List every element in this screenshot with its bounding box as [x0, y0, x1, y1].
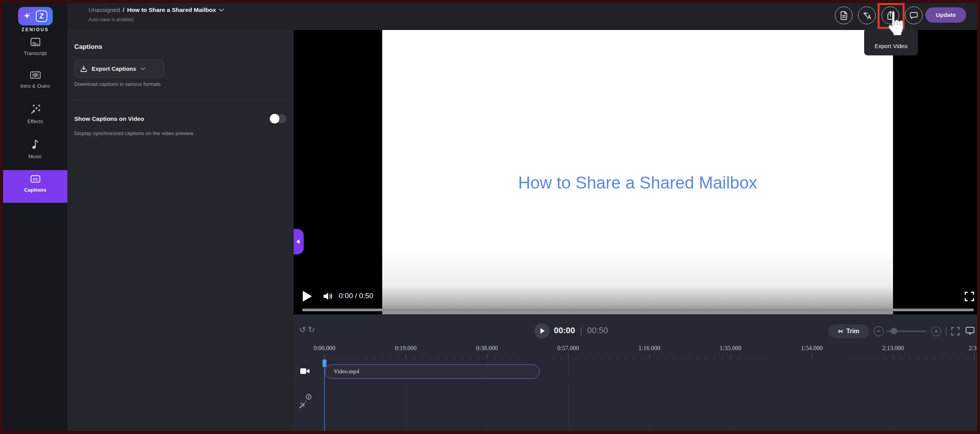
- toggle-knob: [270, 114, 279, 124]
- sidebar-item-label: Intro & Outro: [20, 83, 50, 89]
- timeline-current-time: 00:00: [554, 326, 575, 336]
- playhead-handle[interactable]: [323, 359, 326, 367]
- chevron-down-icon: [219, 8, 224, 12]
- sidebar-item-captions[interactable]: CC Captions: [3, 170, 67, 203]
- timeline-play-button[interactable]: [534, 323, 550, 339]
- trim-button[interactable]: ✂ Trim: [828, 324, 869, 338]
- sidebar-item-label: Effects: [27, 119, 43, 124]
- autosave-status: Auto-save is enabled: [89, 17, 134, 22]
- ruler-label: 2:32: [969, 345, 977, 352]
- ruler-label: 1:16.000: [639, 345, 660, 352]
- show-captions-toggle[interactable]: [269, 114, 286, 123]
- play-button[interactable]: [301, 290, 313, 302]
- sparkle-icon: [23, 13, 30, 20]
- track-divider: [294, 379, 977, 379]
- playhead-line: [324, 364, 325, 431]
- export-captions-description: Download captions in various formats: [74, 81, 288, 87]
- redo-button[interactable]: ↻: [308, 325, 315, 334]
- video-seekbar[interactable]: [302, 309, 974, 311]
- app-logo[interactable]: Z: [18, 7, 53, 25]
- video-time-display: 0:00 / 0:50: [339, 292, 373, 300]
- music-icon: [32, 139, 39, 149]
- brand-name: ZENIOUS: [3, 27, 67, 32]
- sidebar-item-label: Music: [28, 154, 42, 159]
- timeline-clip[interactable]: Video.mp4: [325, 364, 540, 379]
- sidebar-item-label: Transcript: [24, 50, 47, 56]
- time-separator: |: [580, 326, 582, 336]
- app-window: Z ZENIOUS Transcript Intro & Outro Effec…: [3, 3, 977, 431]
- ruler-label: 2:13.000: [882, 345, 904, 352]
- timeline-total-time: 00:50: [587, 326, 608, 336]
- captions-icon: CC: [30, 175, 40, 183]
- screen-view-icon[interactable]: [965, 326, 975, 335]
- export-captions-button[interactable]: Export Captions: [74, 60, 164, 78]
- panel-title: Captions: [74, 43, 288, 51]
- breadcrumb-separator: /: [123, 7, 124, 13]
- collapse-panel-handle[interactable]: [294, 229, 304, 254]
- ruler-label: 0:57.000: [557, 345, 579, 352]
- fullscreen-icon[interactable]: [964, 291, 975, 302]
- update-button[interactable]: Update: [925, 7, 966, 23]
- ruler-label: 0:19.000: [395, 345, 416, 352]
- effects-icon: [30, 104, 40, 114]
- sidebar-item-label: Captions: [24, 187, 47, 193]
- scissors-icon: ✂: [838, 328, 843, 335]
- sidebar-item-music[interactable]: Music: [3, 139, 67, 160]
- transcript-doc-button[interactable]: [835, 7, 853, 24]
- chevron-left-icon: [296, 239, 299, 244]
- ruler-ticks[interactable]: [294, 353, 977, 360]
- timeline: ↺ ↻ 00:00 | 00:50 ✂ Trim − + 0:00.000 0:…: [294, 314, 977, 431]
- document-icon: [840, 11, 848, 20]
- clip-label: Video.mp4: [334, 368, 359, 375]
- logo-z-mark: Z: [36, 10, 47, 22]
- effects-track-icon: [298, 393, 312, 409]
- transcript-icon: [30, 38, 40, 46]
- zoom-in-button[interactable]: +: [931, 326, 941, 336]
- ruler-label: 1:35.000: [720, 345, 741, 352]
- hand-cursor: [885, 9, 905, 42]
- expand-timeline-icon[interactable]: [951, 327, 960, 336]
- captions-panel: Captions Export Captions Download captio…: [67, 30, 294, 431]
- export-captions-label: Export Captions: [92, 65, 136, 72]
- video-track-icon: [300, 367, 310, 375]
- ruler-label: 0:38.000: [476, 345, 498, 352]
- sidebar-item-intro-outro[interactable]: Intro & Outro: [3, 71, 67, 89]
- show-captions-label: Show Captions on Video: [74, 115, 144, 122]
- ruler-label: 1:54.000: [801, 345, 823, 352]
- divider: [946, 326, 947, 336]
- download-icon: [80, 65, 87, 73]
- ruler-label: 0:00.000: [314, 345, 335, 352]
- slide-title: How to Share a Shared Mailbox: [382, 173, 893, 192]
- comment-icon: [909, 11, 918, 20]
- breadcrumb-group: Unassigned: [89, 7, 120, 13]
- breadcrumb[interactable]: Unassigned / How to Share a Shared Mailb…: [89, 7, 224, 13]
- play-icon: [540, 328, 545, 334]
- translate-button[interactable]: [858, 7, 876, 24]
- undo-button[interactable]: ↺: [299, 325, 306, 334]
- video-slide: How to Share a Shared Mailbox: [382, 30, 893, 314]
- trim-label: Trim: [846, 328, 860, 335]
- divider: [74, 100, 288, 100]
- show-captions-description: Display synchronized captions on the vid…: [74, 130, 288, 136]
- translate-icon: [862, 11, 872, 20]
- sidebar-item-transcript[interactable]: Transcript: [3, 38, 67, 57]
- sidebar-item-effects[interactable]: Effects: [3, 104, 67, 125]
- chevron-down-icon: [140, 67, 145, 70]
- zoom-out-button[interactable]: −: [874, 326, 884, 336]
- svg-text:CC: CC: [33, 177, 38, 181]
- sidebar: Z ZENIOUS Transcript Intro & Outro Effec…: [3, 3, 67, 431]
- volume-icon[interactable]: [323, 291, 333, 301]
- breadcrumb-title: How to Share a Shared Mailbox: [127, 7, 216, 13]
- zoom-slider-knob[interactable]: [891, 328, 897, 334]
- video-preview[interactable]: How to Share a Shared Mailbox 0:00 / 0:5…: [294, 30, 977, 314]
- comments-button[interactable]: [905, 7, 923, 24]
- intro-outro-icon: [30, 71, 41, 79]
